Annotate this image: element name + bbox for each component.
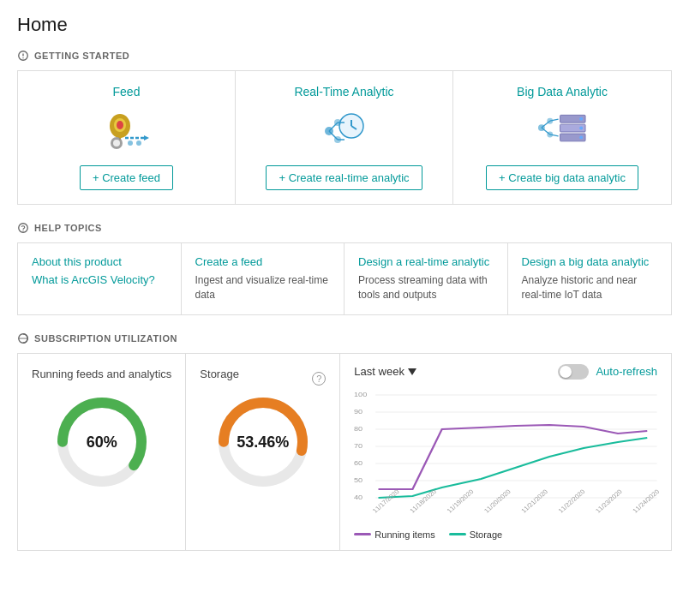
feeds-analytics-title: Running feeds and analytics	[32, 368, 171, 380]
svg-marker-10	[144, 135, 149, 141]
bigdata-icon	[535, 109, 590, 155]
auto-refresh-toggle[interactable]	[558, 364, 589, 380]
svg-text:11/20/2020: 11/20/2020	[482, 487, 512, 514]
svg-text:11/22/2020: 11/22/2020	[557, 487, 587, 514]
realtime-card-title: Real-Time Analytic	[294, 85, 393, 99]
svg-point-26	[579, 117, 583, 121]
subscription-header: SUBSCRIPTION UTILIZATION	[17, 332, 672, 344]
design-bigdata-desc: Analyze historic and near real-time IoT …	[522, 273, 658, 302]
legend-running-dot	[354, 533, 371, 535]
legend-storage-dot	[449, 533, 466, 535]
svg-line-33	[542, 128, 550, 135]
svg-point-12	[136, 141, 141, 146]
legend-running-items: Running items	[354, 529, 434, 540]
getting-started-header: GETTING STARTED	[17, 50, 672, 62]
chevron-down-icon	[408, 368, 416, 375]
svg-text:11/23/2020: 11/23/2020	[594, 487, 624, 514]
svg-point-6	[117, 121, 123, 129]
svg-text:60: 60	[354, 458, 362, 466]
legend-storage: Storage	[449, 529, 503, 540]
legend-storage-label: Storage	[470, 529, 503, 540]
bigdata-card-title: Big Data Analytic	[517, 85, 608, 99]
svg-text:100: 100	[354, 390, 367, 398]
storage-percent-label: 53.46%	[237, 433, 289, 451]
design-realtime-title[interactable]: Design a real-time analytic	[358, 255, 494, 268]
help-section: HELP TOPICS About this product What is A…	[17, 222, 672, 315]
create-realtime-button[interactable]: + Create real-time analytic	[266, 165, 422, 190]
line-chart: 100 90 80 70 60 50 40	[354, 386, 657, 526]
svg-line-19	[329, 123, 338, 131]
auto-refresh-wrap: Auto-refresh	[558, 364, 657, 380]
svg-point-11	[128, 141, 133, 146]
svg-point-28	[579, 135, 583, 139]
svg-point-8	[113, 140, 120, 147]
what-is-velocity-link[interactable]: What is ArcGIS Velocity?	[32, 273, 167, 286]
storage-help-icon[interactable]: ?	[312, 372, 326, 386]
realtime-card: Real-Time Analytic + Create re	[236, 71, 453, 204]
period-select[interactable]: Last week	[354, 365, 416, 378]
svg-text:40: 40	[354, 493, 362, 500]
create-feed-help-desc: Ingest and visualize real-time data	[195, 273, 331, 302]
svg-text:11/24/2020: 11/24/2020	[632, 487, 662, 514]
help-cards: About this product What is ArcGIS Veloci…	[17, 242, 672, 315]
feed-card-title: Feed	[113, 85, 141, 99]
create-bigdata-button[interactable]: + Create big data analytic	[486, 165, 638, 190]
feed-icon	[99, 109, 154, 155]
create-feed-button[interactable]: + Create feed	[80, 165, 173, 190]
svg-text:70: 70	[354, 441, 362, 449]
bigdata-card: Big Data Analytic	[453, 71, 671, 204]
subscription-section: SUBSCRIPTION UTILIZATION Running feeds a…	[17, 332, 672, 551]
help-topics-header: HELP TOPICS	[17, 222, 672, 234]
svg-text:11/17/2020: 11/17/2020	[371, 487, 401, 514]
storage-card: Storage ? 53.46%	[186, 354, 340, 550]
create-feed-help-title[interactable]: Create a feed	[195, 255, 331, 268]
design-bigdata-title[interactable]: Design a big data analytic	[522, 255, 658, 268]
svg-text:11/19/2020: 11/19/2020	[446, 487, 476, 514]
feeds-percent-label: 60%	[87, 433, 117, 451]
legend-running-label: Running items	[374, 529, 434, 540]
svg-point-37	[22, 230, 23, 230]
svg-text:11/21/2020: 11/21/2020	[520, 487, 550, 514]
svg-text:90: 90	[354, 407, 362, 415]
getting-started-cards: Feed + C	[17, 70, 672, 205]
storage-title: Storage	[200, 368, 239, 380]
feeds-analytics-card: Running feeds and analytics 60%	[18, 354, 186, 550]
chart-area: Last week Auto-refresh	[340, 354, 671, 550]
design-realtime-desc: Process streaming data with tools and ou…	[358, 273, 494, 302]
feeds-donut: 60%	[51, 391, 153, 493]
help-icon	[17, 222, 29, 234]
svg-text:80: 80	[354, 424, 362, 432]
svg-line-32	[542, 121, 550, 128]
subscription-icon	[17, 332, 29, 344]
toggle-knob	[560, 366, 572, 378]
svg-point-27	[579, 127, 583, 130]
help-card-about: About this product What is ArcGIS Veloci…	[18, 243, 182, 314]
storage-donut: 53.46%	[212, 391, 315, 493]
svg-text:50: 50	[354, 475, 362, 483]
page-title: Home	[17, 14, 672, 36]
svg-line-20	[329, 131, 338, 140]
realtime-icon	[317, 109, 372, 155]
getting-started-icon	[17, 50, 29, 62]
help-card-design-bigdata: Design a big data analytic Analyze histo…	[508, 243, 672, 314]
about-product-link[interactable]: About this product	[32, 255, 167, 268]
help-card-design-realtime: Design a real-time analytic Process stre…	[344, 243, 508, 314]
subscription-body: Running feeds and analytics 60%	[17, 353, 672, 551]
svg-marker-44	[408, 368, 416, 375]
help-card-create-feed: Create a feed Ingest and visualize real-…	[182, 243, 345, 314]
auto-refresh-label: Auto-refresh	[596, 365, 657, 378]
chart-legend: Running items Storage	[354, 529, 657, 540]
chart-controls: Last week Auto-refresh	[354, 364, 657, 380]
svg-point-2	[22, 57, 23, 58]
svg-text:11/18/2020: 11/18/2020	[409, 487, 439, 514]
feed-card: Feed + C	[18, 71, 236, 204]
